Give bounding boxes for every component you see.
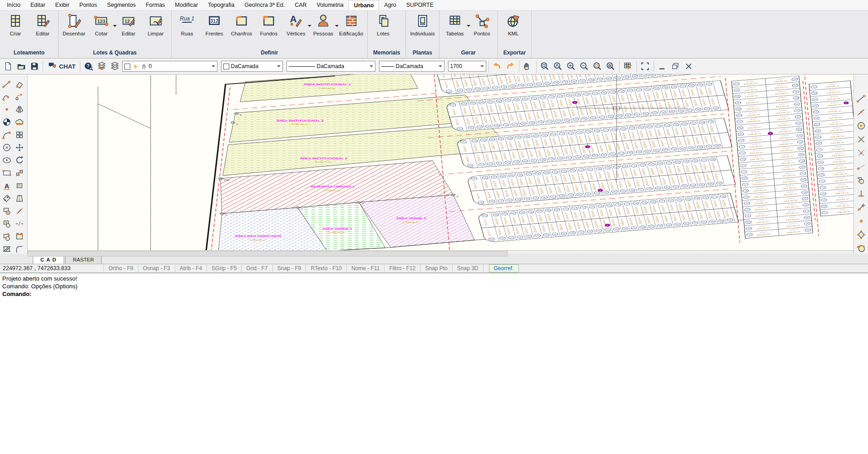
ribbon-item-criar[interactable]: Criar [2,12,29,37]
menu-item-urbano[interactable]: Urbano [349,0,380,10]
status-toggle-snap-pto[interactable]: Snap Pto [420,265,452,272]
menu-item-modificar[interactable]: Modificar [170,0,203,10]
tool-arc-icon[interactable] [1,129,13,140]
tool-point-dot-icon[interactable] [856,216,867,226]
tool-circle-icon[interactable] [1,142,13,153]
open-file-button[interactable] [15,60,27,73]
validate-table-button[interactable] [622,60,634,73]
ribbon-item-cotar[interactable]: 123Cotar [88,12,115,37]
zoom-out-button[interactable] [578,60,591,73]
tool-shape-arrow-icon[interactable] [1,231,13,242]
tool-cross-dashed-icon[interactable] [856,148,867,158]
tool-eraser-icon[interactable] [14,78,25,89]
zoom-previous-button[interactable] [592,60,604,73]
new-file-button[interactable] [2,60,14,73]
redo-button[interactable] [504,60,517,73]
tool-position-icon[interactable] [1,116,13,128]
menu-item-volumetria[interactable]: Volumetria [312,0,349,10]
fullscreen-button[interactable] [639,60,651,73]
tool-mirror-icon[interactable] [14,104,25,115]
ribbon-item-edificacao[interactable]: Edificação [337,12,365,37]
tool-axis-node-icon[interactable] [856,189,867,199]
ribbon-item-lotes[interactable]: Lotes [370,12,397,37]
cad-canvas[interactable]: ÁREA INSTITUCIONAL 12.941,04 m²ÁREA INST… [28,74,853,250]
pan-button[interactable] [522,60,534,73]
tool-segment-node-icon[interactable] [856,107,867,117]
ribbon-item-pontos[interactable]: Pontos [469,12,496,37]
scrollbar-thumb[interactable] [28,251,508,257]
undo-button[interactable] [491,60,503,73]
status-toggle-rtexto-f10[interactable]: RTexto - F10 [306,265,346,272]
menu-item-formas[interactable]: Formas [141,0,170,10]
ribbon-item-frentes[interactable]: 312Frentes [201,12,228,37]
menu-item-pontos[interactable]: Pontos [74,0,102,10]
linetype-combo[interactable]: DaCamada [286,61,375,72]
layers-button[interactable] [109,60,121,73]
tool-dash-slash-icon[interactable] [14,218,25,229]
tool-handles-rect-icon[interactable] [14,231,25,242]
tool-diamond-nodes-icon[interactable] [856,230,867,240]
horizontal-scrollbar[interactable] [28,250,853,254]
ribbon-item-pessoas[interactable]: Pessoas [310,12,337,37]
tool-cross-node-icon[interactable] [856,134,867,144]
tool-rectangle-icon[interactable] [1,167,13,178]
tool-polyline-icon[interactable] [1,91,13,102]
tool-shape-node-icon[interactable] [1,205,13,217]
menu-item-geoincra-3-ed[interactable]: GeoIncra 3ª Ed. [239,0,290,10]
ribbon-item-limpar[interactable]: Limpar [142,12,169,37]
menu-item-suporte[interactable]: SUPORTE [401,0,439,10]
status-toggle-snap-3d[interactable]: Snap 3D [452,265,483,272]
tool-trapezoid-icon[interactable] [14,192,25,204]
scale-combo[interactable]: 1700 [448,61,486,72]
tool-hatch-rect-icon[interactable] [1,243,13,255]
ribbon-item-desenhar[interactable]: Desenhar [60,12,88,37]
zoom-in-button[interactable] [565,60,577,73]
menu-item-car[interactable]: CAR [290,0,311,10]
tool-cloud-icon[interactable] [14,116,25,128]
layer-combo[interactable]: 0 [122,61,217,72]
save-button[interactable] [28,60,40,73]
status-toggle-grid-f7[interactable]: Grid - F7 [241,265,272,272]
menu-item-exibir[interactable]: Exibir [50,0,74,10]
ribbon-item-editar[interactable]: 12Editar [115,12,142,37]
zoom-dynamic-button[interactable] [552,60,564,73]
menu-item-editar[interactable]: Editar [25,0,50,10]
chat-button[interactable]: CHAT [45,61,78,72]
ribbon-item-tabelas[interactable]: Tabelas [441,12,469,37]
tool-line-star-icon[interactable] [856,202,867,212]
lineweight-combo[interactable]: DaCamada [379,61,444,72]
menu-item-agro[interactable]: Agro [379,0,401,10]
ribbon-item-vertices[interactable]: AVértices [282,12,310,37]
tool-shape-circle-icon[interactable] [856,175,867,185]
status-toggle-filtro-f12[interactable]: Filtro - F12 [384,265,420,272]
tool-slash-icon[interactable] [14,205,25,217]
tool-redo-curve-icon[interactable] [14,91,25,102]
status-toggle-ortho-f8[interactable]: Ortho - F8 [104,265,138,272]
tool-corner-curve-icon[interactable] [14,243,25,255]
close-button[interactable] [683,60,695,73]
layers-manager-button[interactable] [96,60,108,73]
color-combo[interactable]: DaCamada [221,61,283,72]
status-toggle-atrib-f4[interactable]: Atrib - F4 [175,265,207,272]
status-toggle-osnap-f3[interactable]: Osnap - F3 [138,265,175,272]
tool-circle-rotate-icon[interactable] [856,243,867,253]
tool-move-icon[interactable] [14,142,25,153]
tool-grid-squares-icon[interactable] [14,129,25,140]
zoom-extents-button[interactable] [605,60,617,73]
georef-toggle[interactable]: Georref. [489,264,519,272]
ribbon-item-kml[interactable]: KML [500,12,527,37]
command-line-panel[interactable]: Projeto aberto com sucesso! Comando: Opç… [0,273,868,454]
tool-dotted-line-icon[interactable] [856,162,867,172]
command-prompt[interactable]: Comando: [2,290,868,298]
restore-button[interactable] [670,60,682,73]
minimize-button[interactable] [656,60,669,73]
menu-item-topografia[interactable]: Topografia [203,0,239,10]
tool-point-icon[interactable] [1,104,13,115]
tool-ellipse-icon[interactable] [1,154,13,166]
tool-tag-icon[interactable] [1,192,13,204]
ribbon-item-editar[interactable]: Editar [29,12,56,37]
tool-circle-node-icon[interactable] [856,121,867,131]
tool-rotate-icon[interactable] [14,154,25,166]
tool-offset-rect-icon[interactable] [14,180,25,191]
tool-segment-nodes-icon[interactable] [856,94,867,104]
